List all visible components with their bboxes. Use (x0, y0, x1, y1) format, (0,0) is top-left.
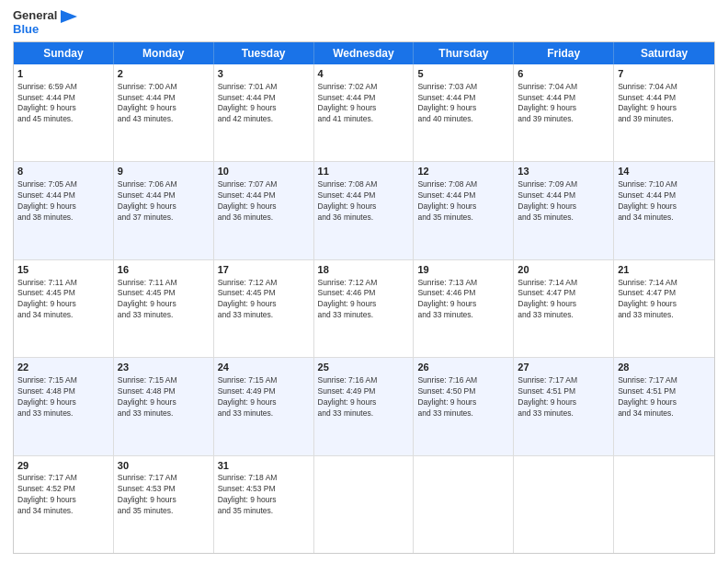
day-number: 24 (218, 361, 310, 374)
cell-text-line: Daylight: 9 hours (218, 495, 310, 506)
cell-text-line: Daylight: 9 hours (118, 201, 210, 213)
day-number: 4 (318, 67, 410, 81)
cell-text-line: Daylight: 9 hours (17, 397, 109, 408)
calendar-cell: 14Sunrise: 7:10 AMSunset: 4:44 PMDayligh… (614, 162, 714, 259)
cell-text-line: Daylight: 9 hours (118, 397, 210, 408)
cell-text-line: and 33 minutes. (518, 408, 609, 419)
cell-text-line: Daylight: 9 hours (618, 201, 711, 213)
cell-text-line: Sunrise: 7:16 AM (417, 375, 509, 386)
cell-text-line: Sunrise: 7:02 AM (318, 82, 410, 93)
cell-text-line: Daylight: 9 hours (218, 299, 310, 310)
calendar-cell: 18Sunrise: 7:12 AMSunset: 4:46 PMDayligh… (314, 260, 415, 357)
cell-text-line: Sunrise: 7:15 AM (118, 375, 210, 386)
cell-text-line: and 35 minutes. (417, 213, 509, 224)
cell-text-line: Daylight: 9 hours (318, 201, 410, 213)
cell-text-line: and 37 minutes. (118, 213, 210, 224)
cell-text-line: Daylight: 9 hours (318, 103, 410, 114)
cell-text-line: Sunset: 4:44 PM (417, 190, 509, 201)
cell-text-line: and 35 minutes. (518, 213, 609, 224)
cell-text-line: Sunset: 4:47 PM (518, 288, 609, 299)
calendar-cell: 24Sunrise: 7:15 AMSunset: 4:49 PMDayligh… (214, 358, 314, 454)
cell-text-line: Sunset: 4:44 PM (618, 93, 711, 104)
cell-text-line: Sunrise: 7:08 AM (318, 179, 410, 190)
cell-text-line: and 39 minutes. (518, 114, 609, 125)
cell-text-line: Daylight: 9 hours (118, 299, 210, 310)
cell-text-line: Sunset: 4:51 PM (518, 386, 609, 397)
day-number: 23 (118, 361, 210, 374)
cell-text-line: Sunrise: 7:04 AM (618, 82, 711, 93)
cell-text-line: Sunset: 4:44 PM (318, 190, 410, 201)
calendar-cell: 10Sunrise: 7:07 AMSunset: 4:44 PMDayligh… (214, 162, 314, 259)
cell-text-line: Sunrise: 7:17 AM (17, 473, 109, 484)
day-number: 26 (417, 361, 509, 374)
calendar-cell: 4Sunrise: 7:02 AMSunset: 4:44 PMDaylight… (314, 64, 415, 161)
day-number: 2 (118, 67, 210, 81)
day-number: 28 (618, 361, 711, 374)
cell-text-line: Daylight: 9 hours (417, 397, 509, 408)
calendar-cell: 2Sunrise: 7:00 AMSunset: 4:44 PMDaylight… (114, 64, 214, 161)
cell-text-line: Sunrise: 7:00 AM (118, 82, 210, 93)
calendar-cell-empty (614, 456, 714, 553)
calendar-row: 1Sunrise: 6:59 AMSunset: 4:44 PMDaylight… (14, 64, 714, 162)
calendar-cell-empty (314, 456, 415, 553)
cell-text-line: Sunset: 4:44 PM (618, 190, 711, 201)
day-number: 30 (118, 459, 210, 473)
calendar-cell: 21Sunrise: 7:14 AMSunset: 4:47 PMDayligh… (614, 260, 714, 357)
header: General Blue (13, 9, 715, 36)
day-number: 20 (518, 263, 609, 277)
cell-text-line: Daylight: 9 hours (518, 103, 609, 114)
svg-marker-0 (61, 10, 77, 23)
cell-text-line: Daylight: 9 hours (618, 299, 711, 310)
day-number: 29 (17, 459, 109, 473)
cell-text-line: Sunrise: 7:07 AM (218, 179, 310, 190)
day-number: 16 (118, 263, 210, 277)
cell-text-line: Sunset: 4:44 PM (17, 93, 109, 104)
cell-text-line: and 34 minutes. (17, 506, 109, 517)
cell-text-line: and 33 minutes. (118, 408, 210, 419)
cell-text-line: and 39 minutes. (618, 114, 711, 125)
cell-text-line: Sunrise: 6:59 AM (17, 82, 109, 93)
cell-text-line: and 33 minutes. (518, 310, 609, 321)
calendar-cell: 29Sunrise: 7:17 AMSunset: 4:52 PMDayligh… (14, 456, 114, 553)
cell-text-line: Daylight: 9 hours (118, 495, 210, 506)
cell-text-line: and 33 minutes. (417, 310, 509, 321)
cell-text-line: Daylight: 9 hours (218, 201, 310, 213)
cell-text-line: Daylight: 9 hours (17, 201, 109, 213)
day-number: 7 (618, 67, 711, 81)
cell-text-line: and 36 minutes. (318, 213, 410, 224)
cell-text-line: Sunrise: 7:11 AM (17, 278, 109, 289)
cell-text-line: Sunset: 4:49 PM (218, 386, 310, 397)
cell-text-line: and 45 minutes. (17, 114, 109, 125)
calendar-header-cell: Tuesday (214, 42, 314, 64)
calendar-cell: 19Sunrise: 7:13 AMSunset: 4:46 PMDayligh… (414, 260, 514, 357)
cell-text-line: Daylight: 9 hours (17, 103, 109, 114)
cell-text-line: Sunset: 4:46 PM (318, 288, 410, 299)
calendar-cell: 25Sunrise: 7:16 AMSunset: 4:49 PMDayligh… (314, 358, 415, 454)
cell-text-line: Sunrise: 7:13 AM (417, 278, 509, 289)
calendar-cell: 23Sunrise: 7:15 AMSunset: 4:48 PMDayligh… (114, 358, 214, 454)
cell-text-line: and 33 minutes. (118, 310, 210, 321)
cell-text-line: Sunset: 4:45 PM (17, 288, 109, 299)
cell-text-line: Sunrise: 7:17 AM (518, 375, 609, 386)
cell-text-line: and 43 minutes. (118, 114, 210, 125)
calendar-cell-empty (414, 456, 514, 553)
calendar-cell: 9Sunrise: 7:06 AMSunset: 4:44 PMDaylight… (114, 162, 214, 259)
cell-text-line: and 38 minutes. (17, 213, 109, 224)
cell-text-line: Sunset: 4:44 PM (318, 93, 410, 104)
calendar-cell: 1Sunrise: 6:59 AMSunset: 4:44 PMDaylight… (14, 64, 114, 161)
cell-text-line: Sunset: 4:44 PM (518, 93, 609, 104)
cell-text-line: and 40 minutes. (417, 114, 509, 125)
cell-text-line: Sunrise: 7:16 AM (318, 375, 410, 386)
cell-text-line: Sunset: 4:45 PM (218, 288, 310, 299)
day-number: 27 (518, 361, 609, 374)
cell-text-line: Daylight: 9 hours (518, 201, 609, 213)
day-number: 17 (218, 263, 310, 277)
cell-text-line: Sunset: 4:53 PM (118, 484, 210, 495)
cell-text-line: Sunrise: 7:10 AM (618, 179, 711, 190)
logo: General Blue (13, 9, 77, 36)
day-number: 10 (218, 165, 310, 178)
cell-text-line: and 35 minutes. (118, 506, 210, 517)
calendar-row: 29Sunrise: 7:17 AMSunset: 4:52 PMDayligh… (14, 456, 714, 553)
cell-text-line: Sunset: 4:44 PM (118, 190, 210, 201)
cell-text-line: Daylight: 9 hours (17, 495, 109, 506)
